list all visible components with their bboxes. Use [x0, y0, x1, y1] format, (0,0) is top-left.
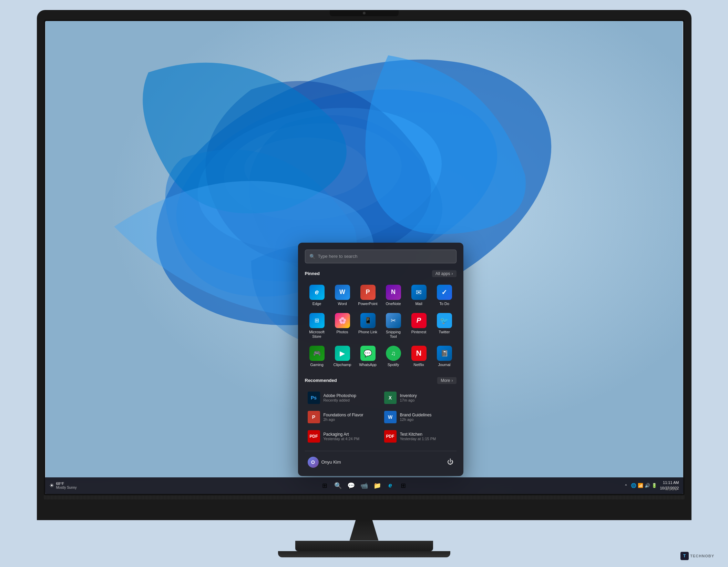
app-pinterest-label: Pinterest [411, 330, 426, 334]
app-todo-label: To Do [439, 302, 449, 306]
app-phonelink[interactable]: 📱 Phone Link [356, 310, 380, 342]
rec-inventory[interactable]: X Inventory 17m ago [381, 389, 457, 407]
taskbar: ☀ 68°F Mostly Sunny ⊞ 🔍 💬 📹 📁 [45, 477, 683, 494]
app-gaming[interactable]: 🎮 Gaming [305, 343, 329, 370]
app-mail[interactable]: ✉ Mail [407, 282, 431, 309]
app-phonelink-label: Phone Link [358, 330, 377, 334]
monitor-assembly: 🔍 Type here to search Pinned All apps › [37, 10, 691, 557]
rec-brand-name: Brand Guidelines [400, 413, 454, 417]
start-menu: 🔍 Type here to search Pinned All apps › [298, 243, 463, 476]
app-whatsapp[interactable]: 💬 WhatsApp [356, 343, 380, 370]
rec-packaging-name: Packaging Art [324, 432, 377, 437]
weather-temp: 68°F [56, 482, 77, 486]
screen-bezel: 🔍 Type here to search Pinned All apps › [44, 20, 685, 495]
meet-button[interactable]: 📹 [359, 480, 370, 491]
rec-inventory-name: Inventory [400, 393, 454, 398]
app-word[interactable]: W Word [330, 282, 355, 309]
monitor-foot [278, 551, 450, 557]
app-powerpoint-label: PowerPoint [358, 302, 377, 306]
app-pinterest[interactable]: P Pinterest [407, 310, 431, 342]
rec-brand[interactable]: W Brand Guidelines 12h ago [381, 408, 457, 426]
app-onenote[interactable]: N OneNote [381, 282, 406, 309]
rec-testkitchen-name: Test Kitchen [400, 432, 454, 437]
app-snipping[interactable]: ✂ Snipping Tool [381, 310, 406, 342]
webcam-bar [330, 10, 399, 16]
search-icon: 🔍 [309, 254, 315, 259]
start-button[interactable]: ⊞ [319, 480, 330, 491]
search-bar[interactable]: 🔍 Type here to search [305, 250, 457, 263]
recommended-grid: Ps Adobe Photoshop Recently added X [305, 389, 457, 445]
rec-foundations[interactable]: P Foundations of Flavor 2h ago [305, 408, 380, 426]
recommended-label: Recommended [305, 378, 337, 383]
app-msstore[interactable]: ⊞ Microsoft Store [305, 310, 329, 342]
app-twitter[interactable]: 🐦 Twitter [432, 310, 457, 342]
app-mail-label: Mail [415, 302, 422, 306]
store-taskbar-button[interactable]: ⊞ [398, 480, 409, 491]
search-button[interactable]: 🔍 [332, 480, 344, 491]
edge-taskbar-button[interactable]: e [385, 480, 396, 491]
carbon-strip [44, 495, 685, 499]
app-twitter-label: Twitter [439, 330, 450, 334]
app-photos[interactable]: 🌸 Photos [330, 310, 355, 342]
avatar: O [308, 457, 319, 468]
rec-photoshop[interactable]: Ps Adobe Photoshop Recently added [305, 389, 380, 407]
network-icon[interactable]: 🌐 [631, 483, 636, 488]
start-menu-footer: O Onyu Kim ⏻ [305, 451, 457, 469]
app-journal[interactable]: 📓 Journal [432, 343, 457, 370]
rec-brand-time: 12h ago [400, 417, 454, 422]
search-placeholder: Type here to search [318, 254, 358, 259]
technoby-watermark: T TECHNOBY [680, 552, 714, 560]
rec-testkitchen[interactable]: PDF Test Kitchen Yesterday at 1:15 PM [381, 427, 457, 445]
wifi-icon[interactable]: 📶 [638, 483, 643, 488]
monitor-stand-top [344, 520, 385, 541]
app-word-label: Word [338, 302, 347, 306]
monitor-shell: 🔍 Type here to search Pinned All apps › [37, 10, 691, 520]
pinned-label: Pinned [305, 271, 320, 276]
app-whatsapp-label: WhatsApp [359, 363, 377, 367]
app-todo[interactable]: ✓ To Do [432, 282, 457, 309]
app-clipchamp[interactable]: ▶ Clipchamp [330, 343, 355, 370]
user-profile[interactable]: O Onyu Kim [305, 455, 344, 469]
power-button[interactable]: ⏻ [444, 456, 457, 468]
rec-photoshop-time: Recently added [324, 398, 377, 402]
app-powerpoint[interactable]: P PowerPoint [356, 282, 380, 309]
rec-packaging[interactable]: PDF Packaging Art Yesterday at 4:24 PM [305, 427, 380, 445]
battery-icon[interactable]: 🔋 [652, 483, 657, 488]
rec-inventory-time: 17m ago [400, 398, 454, 402]
rec-packaging-time: Yesterday at 4:24 PM [324, 437, 377, 441]
app-edge[interactable]: e Edge [305, 282, 329, 309]
chat-button[interactable]: 💬 [346, 480, 357, 491]
app-netflix-label: Netflix [413, 363, 424, 367]
pinned-apps-grid: e Edge W Word [305, 282, 457, 370]
app-spotify[interactable]: ♫ Spotify [381, 343, 406, 370]
app-edge-label: Edge [312, 302, 321, 306]
app-gaming-label: Gaming [310, 363, 324, 367]
asus-logo: ASUS [666, 487, 678, 491]
taskbar-left: ☀ 68°F Mostly Sunny [49, 482, 77, 489]
tray-icons: 🌐 📶 🔊 🔋 [631, 483, 657, 488]
screen: 🔍 Type here to search Pinned All apps › [45, 21, 683, 494]
files-button[interactable]: 📁 [372, 480, 383, 491]
app-spotify-label: Spotify [388, 363, 399, 367]
monitor-base [295, 541, 433, 551]
rec-foundations-time: 2h ago [324, 417, 377, 422]
up-arrow-tray[interactable]: ^ [624, 482, 628, 489]
app-msstore-label: Microsoft Store [306, 330, 328, 339]
app-clipchamp-label: Clipchamp [334, 363, 351, 367]
app-netflix[interactable]: N Netflix [407, 343, 431, 370]
rec-testkitchen-time: Yesterday at 1:15 PM [400, 437, 454, 441]
all-apps-button[interactable]: All apps › [432, 270, 457, 277]
taskbar-center: ⊞ 🔍 💬 📹 📁 e ⊞ [319, 480, 409, 491]
app-snipping-label: Snipping Tool [383, 330, 404, 339]
rec-photoshop-name: Adobe Photoshop [324, 393, 377, 398]
time: 11:11 AM [660, 480, 679, 485]
app-photos-label: Photos [336, 330, 348, 334]
app-onenote-label: OneNote [386, 302, 401, 306]
rec-foundations-name: Foundations of Flavor [324, 413, 377, 417]
weather-desc: Mostly Sunny [56, 486, 77, 489]
weather-widget[interactable]: ☀ 68°F Mostly Sunny [49, 482, 77, 489]
user-name: Onyu Kim [321, 459, 341, 465]
more-button[interactable]: More › [437, 377, 456, 384]
volume-icon[interactable]: 🔊 [645, 483, 650, 488]
app-journal-label: Journal [438, 363, 450, 367]
